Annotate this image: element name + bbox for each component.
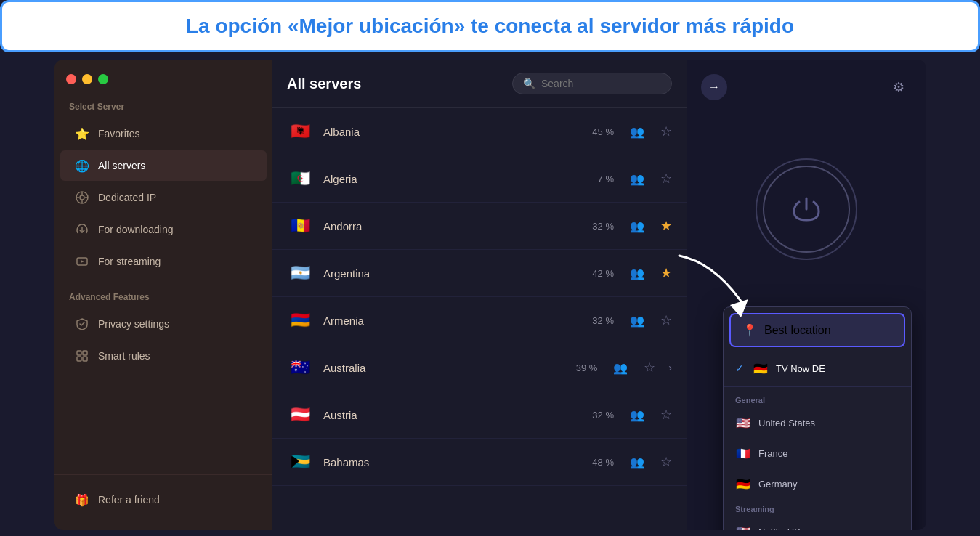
server-load-austria: 32 % [592,410,614,421]
dropdown-item-us[interactable]: 🇺🇸 United States [724,407,911,438]
server-row-albania[interactable]: 🇦🇱 Albania 45 % 👥 ☆ [272,108,687,155]
flag-algeria: 🇩🇿 [287,166,313,192]
sidebar: Select Server ⭐ Favorites 🌐 All servers … [54,60,272,530]
flag-australia: 🇦🇺 [287,354,313,381]
server-list: 🇦🇱 Albania 45 % 👥 ☆ 🇩🇿 Algeria 7 % 👥 ☆ 🇦… [272,108,687,530]
sidebar-item-all-servers[interactable]: 🌐 All servers [60,150,267,181]
power-button-ring[interactable] [756,158,857,260]
globe-icon: 🌐 [75,158,89,173]
sidebar-item-dedicated-ip[interactable]: Dedicated IP [60,182,267,213]
server-name-armenia: Armenia [323,314,582,327]
dropdown-item-tv-now-de[interactable]: ✓ 🇩🇪 TV Now DE [724,353,911,383]
pin-icon: 📍 [742,323,757,337]
people-icon: 👥 [630,219,644,233]
server-load-bahamas: 48 % [592,457,614,468]
sidebar-item-downloading[interactable]: For downloading [60,214,267,245]
svg-rect-12 [83,357,87,361]
flag-netflix: 🇺🇸 [735,524,751,530]
flag-de: 🇩🇪 [753,360,769,376]
server-panel-header: All servers 🔍 [272,60,687,108]
flag-de-2: 🇩🇪 [735,476,751,492]
sidebar-label-downloading: For downloading [98,224,174,235]
server-row-austria[interactable]: 🇦🇹 Austria 32 % 👥 ☆ [272,391,687,439]
sidebar-item-privacy[interactable]: Privacy settings [60,309,267,339]
svg-rect-10 [83,351,87,355]
search-box[interactable]: 🔍 [512,73,672,94]
server-row-armenia[interactable]: 🇦🇲 Armenia 32 % 👥 ☆ [272,297,687,344]
flag-armenia: 🇦🇲 [287,307,313,333]
star-armenia[interactable]: ☆ [660,312,672,328]
sidebar-label-streaming: For streaming [98,256,161,267]
checkmark-icon: ✓ [735,362,744,374]
search-input[interactable] [541,78,661,89]
svg-marker-8 [81,260,84,263]
server-row-australia[interactable]: 🇦🇺 Australia 39 % 👥 ☆ › [272,344,687,391]
server-panel: All servers 🔍 🇦🇱 Albania 45 % 👥 ☆ 🇩🇿 Alg… [272,60,687,530]
app-container: Select Server ⭐ Favorites 🌐 All servers … [54,60,926,530]
dropdown-item-france[interactable]: 🇫🇷 France [724,438,911,468]
maximize-button[interactable] [98,74,108,84]
sidebar-label-privacy: Privacy settings [98,318,169,330]
flag-austria: 🇦🇹 [287,402,313,428]
server-load-albania: 45 % [592,126,614,137]
star-bahamas[interactable]: ☆ [660,454,672,470]
server-row-algeria[interactable]: 🇩🇿 Algeria 7 % 👥 ☆ [272,155,687,203]
shield-icon [75,317,89,331]
server-name-argentina: Argentina [323,267,582,280]
sidebar-label-smart-rules: Smart rules [98,350,150,362]
dropdown-item-germany[interactable]: 🇩🇪 Germany [724,468,911,499]
flag-fr: 🇫🇷 [735,445,751,461]
power-button-inner[interactable] [763,166,850,253]
close-button[interactable] [66,74,76,84]
smart-rules-icon [75,349,89,363]
sidebar-item-favorites[interactable]: ⭐ Favorites [60,118,267,149]
flag-us: 🇺🇸 [735,415,751,431]
flag-bahamas: 🇧🇸 [287,449,313,475]
streaming-section-label: Streaming [724,499,911,516]
netflix-label: Netflix US [758,527,801,531]
server-name-austria: Austria [323,409,582,421]
dropdown-item-netflix[interactable]: 🇺🇸 Netflix US [724,516,911,530]
navigate-button[interactable]: → [701,74,727,100]
sidebar-item-streaming[interactable]: For streaming [60,246,267,277]
server-load-australia: 39 % [576,362,598,373]
dedicated-icon [75,190,89,205]
people-icon: 👥 [630,267,644,280]
people-icon: 👥 [630,172,644,186]
right-panel-header: → ⚙ [701,74,912,100]
server-row-argentina[interactable]: 🇦🇷 Argentina 42 % 👥 ★ [272,250,687,297]
server-row-andorra[interactable]: 🇦🇩 Andorra 32 % 👥 ★ [272,203,687,250]
server-name-algeria: Algeria [323,173,588,185]
download-icon [75,222,89,237]
star-austria[interactable]: ☆ [660,407,672,423]
star-andorra[interactable]: ★ [660,218,672,234]
sidebar-item-refer[interactable]: 🎁 Refer a friend [60,484,267,515]
france-label: France [758,448,787,459]
people-icon: 👥 [630,125,644,139]
sidebar-label-refer: Refer a friend [98,494,160,505]
best-location-label: Best location [764,324,831,337]
server-name-australia: Australia [323,362,566,374]
germany-label: Germany [758,479,797,490]
flag-albania: 🇦🇱 [287,118,313,145]
tv-now-de-label: TV Now DE [776,363,825,374]
star-albania[interactable]: ☆ [660,123,672,139]
star-australia[interactable]: ☆ [644,360,655,375]
top-banner: La opción «Mejor ubicación» te conecta a… [0,0,980,52]
settings-button[interactable]: ⚙ [886,74,912,100]
best-location-button[interactable]: 📍 Best location [729,313,905,347]
people-icon: 👥 [630,408,644,422]
server-name-albania: Albania [323,126,582,138]
server-row-bahamas[interactable]: 🇧🇸 Bahamas 48 % 👥 ☆ [272,439,687,486]
star-argentina[interactable]: ★ [660,265,672,281]
sidebar-item-smart-rules[interactable]: Smart rules [60,341,267,371]
sidebar-label-dedicated: Dedicated IP [98,192,156,203]
power-button-container [756,158,857,260]
server-name-andorra: Andorra [323,220,582,232]
star-algeria[interactable]: ☆ [660,171,672,187]
dropdown-overlay: 📍 Best location ✓ 🇩🇪 TV Now DE General 🇺… [723,306,912,530]
svg-rect-11 [77,357,81,361]
server-panel-title: All servers [287,76,361,92]
minimize-button[interactable] [82,74,92,84]
general-section-label: General [724,390,911,407]
